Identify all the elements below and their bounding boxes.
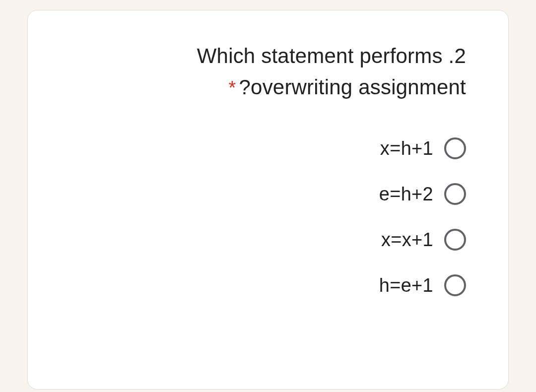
option-row[interactable]: h=e+1 xyxy=(70,274,466,296)
radio-icon[interactable] xyxy=(444,229,466,251)
option-label: x=h+1 xyxy=(380,138,433,159)
option-label: e=h+2 xyxy=(379,184,433,205)
question-line-2-text: ?overwriting assignment xyxy=(239,75,466,99)
required-star: * xyxy=(229,77,236,98)
question-line-2: *?overwriting assignment xyxy=(70,71,466,103)
question-card: Which statement performs .2 *?overwritin… xyxy=(27,10,509,390)
option-label: x=x+1 xyxy=(381,229,433,251)
radio-icon[interactable] xyxy=(444,183,466,205)
option-row[interactable]: e=h+2 xyxy=(70,183,466,205)
question-line-1: Which statement performs .2 xyxy=(70,40,466,71)
radio-icon[interactable] xyxy=(444,274,466,296)
option-row[interactable]: x=x+1 xyxy=(70,229,466,251)
options-container: x=h+1 e=h+2 x=x+1 h=e+1 xyxy=(70,137,466,296)
option-label: h=e+1 xyxy=(379,275,433,296)
option-row[interactable]: x=h+1 xyxy=(70,137,466,159)
question-header: Which statement performs .2 *?overwritin… xyxy=(70,40,466,103)
radio-icon[interactable] xyxy=(444,137,466,159)
